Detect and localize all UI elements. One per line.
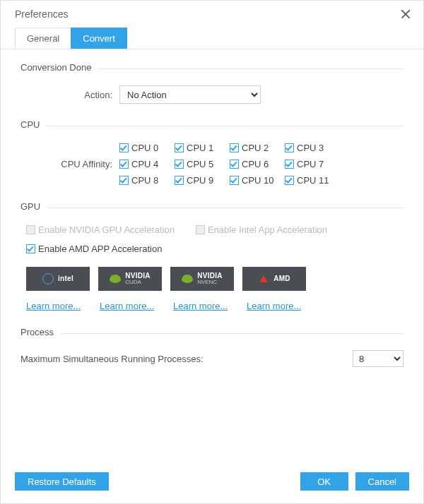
check-icon bbox=[175, 160, 184, 169]
checkbox-icon bbox=[196, 225, 205, 234]
check-icon bbox=[175, 176, 184, 185]
nvidia-accel-checkbox: Enable NVIDIA GPU Acceleration bbox=[26, 224, 175, 235]
preferences-window: Preferences General Convert Conversion D… bbox=[0, 0, 424, 504]
section-conversion-done: Conversion Done Action: No Action bbox=[20, 62, 404, 104]
divider bbox=[61, 333, 404, 334]
cpu-checkbox-8[interactable]: CPU 8 bbox=[119, 175, 175, 186]
tab-general[interactable]: General bbox=[15, 28, 71, 49]
action-label: Action: bbox=[20, 90, 112, 100]
learn-more-row: Learn more... Learn more... Learn more..… bbox=[26, 301, 404, 311]
checkbox-icon bbox=[26, 225, 35, 234]
cpu-checkbox-7[interactable]: CPU 7 bbox=[285, 159, 340, 169]
section-gpu: GPU Enable NVIDIA GPU Acceleration Enabl… bbox=[20, 201, 404, 311]
gpu-badge-row: intel NVIDIACUDA NVIDIANVENC AMD bbox=[26, 267, 404, 291]
window-title: Preferences bbox=[15, 8, 68, 20]
section-cpu: CPU CPU 0 CPU 1 CPU 2 CPU 3 CPU Affinity… bbox=[20, 119, 404, 186]
close-icon[interactable] bbox=[399, 8, 412, 20]
check-icon bbox=[26, 244, 35, 253]
check-icon bbox=[285, 143, 294, 152]
section-title-conversion-done: Conversion Done bbox=[20, 62, 91, 73]
divider bbox=[98, 68, 404, 69]
badge-amd: AMD bbox=[242, 267, 306, 291]
divider bbox=[47, 126, 404, 126]
learn-more-intel[interactable]: Learn more... bbox=[26, 301, 90, 311]
learn-more-amd[interactable]: Learn more... bbox=[247, 301, 310, 311]
cpu-checkbox-2[interactable]: CPU 2 bbox=[230, 143, 285, 153]
cpu-checkbox-10[interactable]: CPU 10 bbox=[230, 175, 285, 186]
check-icon bbox=[230, 143, 239, 152]
check-icon bbox=[119, 143, 129, 152]
nvidia-logo-icon bbox=[182, 273, 193, 284]
cpu-checkbox-1[interactable]: CPU 1 bbox=[175, 143, 230, 153]
cpu-checkbox-6[interactable]: CPU 6 bbox=[230, 159, 285, 169]
max-processes-label: Maximum Simultaneous Running Processes: bbox=[20, 354, 204, 364]
max-processes-select[interactable]: 8 bbox=[353, 350, 404, 367]
check-icon bbox=[285, 160, 294, 169]
cpu-checkbox-0[interactable]: CPU 0 bbox=[119, 143, 175, 153]
cancel-button[interactable]: Cancel bbox=[355, 472, 409, 491]
check-icon bbox=[230, 160, 239, 169]
check-icon bbox=[285, 176, 294, 185]
section-title-process: Process bbox=[20, 327, 54, 337]
tab-bar: General Convert bbox=[1, 28, 423, 49]
section-title-gpu: GPU bbox=[20, 201, 40, 212]
cpu-checkbox-5[interactable]: CPU 5 bbox=[175, 159, 230, 169]
learn-more-nvenc[interactable]: Learn more... bbox=[173, 301, 237, 311]
intel-accel-checkbox: Enable Intel App Acceleration bbox=[196, 224, 327, 235]
badge-nvidia-cuda: NVIDIACUDA bbox=[98, 267, 162, 291]
section-process: Process Maximum Simultaneous Running Pro… bbox=[20, 327, 404, 367]
cpu-checkbox-3[interactable]: CPU 3 bbox=[285, 143, 340, 153]
section-title-cpu: CPU bbox=[20, 119, 40, 130]
badge-intel: intel bbox=[26, 267, 90, 291]
cpu-affinity-grid: CPU 0 CPU 1 CPU 2 CPU 3 CPU Affinity: CP… bbox=[20, 143, 404, 186]
learn-more-cuda[interactable]: Learn more... bbox=[100, 301, 163, 311]
action-select[interactable]: No Action bbox=[119, 85, 261, 104]
cpu-checkbox-11[interactable]: CPU 11 bbox=[285, 175, 340, 186]
restore-defaults-button[interactable]: Restore Defaults bbox=[15, 472, 109, 491]
amd-logo-icon bbox=[258, 273, 269, 284]
badge-nvidia-nvenc: NVIDIANVENC bbox=[170, 267, 234, 291]
intel-logo-icon bbox=[42, 273, 54, 284]
check-icon bbox=[230, 176, 239, 185]
ok-button[interactable]: OK bbox=[300, 472, 348, 491]
divider bbox=[47, 208, 404, 208]
cpu-checkbox-4[interactable]: CPU 4 bbox=[119, 159, 175, 169]
check-icon bbox=[119, 160, 129, 169]
nvidia-logo-icon bbox=[110, 273, 121, 284]
tab-convert[interactable]: Convert bbox=[71, 28, 127, 49]
content: Conversion Done Action: No Action CPU CP… bbox=[1, 49, 423, 464]
footer: Restore Defaults OK Cancel bbox=[1, 464, 423, 503]
cpu-checkbox-9[interactable]: CPU 9 bbox=[175, 175, 230, 186]
check-icon bbox=[175, 143, 184, 152]
check-icon bbox=[119, 176, 129, 185]
amd-accel-checkbox[interactable]: Enable AMD APP Acceleration bbox=[26, 244, 404, 254]
titlebar: Preferences bbox=[1, 1, 423, 28]
cpu-affinity-label: CPU Affinity: bbox=[20, 159, 119, 169]
